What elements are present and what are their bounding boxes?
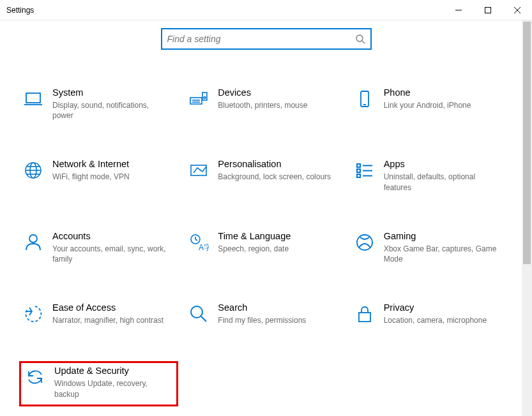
svg-point-12 [204,97,206,99]
svg-rect-26 [357,174,360,177]
tile-text: Privacy Location, camera, microphone [384,302,506,325]
scrollbar-thumb[interactable] [523,22,531,264]
tile-text: Update & Security Windows Update, recove… [54,366,172,399]
svg-rect-22 [357,164,360,167]
tile-desc: Display, sound, notifications, power [52,100,171,121]
tile-system[interactable]: System Display, sound, notifications, po… [19,85,178,126]
globe-icon [23,160,43,181]
tile-phone[interactable]: Phone Link your Android, iPhone [351,85,510,126]
svg-rect-8 [190,98,202,104]
svg-line-35 [201,316,206,322]
svg-rect-36 [359,313,370,322]
window-controls [444,0,532,20]
keyboard-speaker-icon [188,89,209,109]
tile-privacy[interactable]: Privacy Location, camera, microphone [351,300,510,331]
svg-text:A字: A字 [199,243,209,252]
magnifier-icon [188,304,209,324]
tile-text: Accounts Your accounts, email, sync, wor… [52,231,174,264]
sync-icon [25,367,45,387]
tile-title: Search [218,302,336,313]
laptop-icon [23,89,43,109]
tile-text: Gaming Xbox Game Bar, captures, Game Mod… [384,231,506,264]
tile-desc: Bluetooth, printers, mouse [218,100,336,110]
search-container [0,28,532,50]
ease-of-access-icon [23,304,43,324]
paintbrush-icon [188,160,209,181]
tile-desc: Xbox Game Bar, captures, Game Mode [384,244,502,264]
tile-title: Gaming [384,231,502,241]
tile-desc: Background, lock screen, colours [218,172,336,182]
tile-title: Devices [218,87,336,98]
svg-line-21 [202,167,206,172]
svg-line-31 [195,239,197,241]
svg-rect-6 [26,93,40,103]
minimize-button[interactable] [444,0,473,20]
tile-text: System Display, sound, notifications, po… [52,87,174,121]
tile-text: Ease of Access Narrator, magnifier, high… [52,302,174,325]
tile-title: Ease of Access [52,302,171,313]
tile-title: Time & Language [218,231,336,241]
search-icon [355,34,365,44]
tile-text: Network & Internet WiFi, flight mode, VP… [52,159,174,182]
window-title: Settings [6,6,34,15]
search-box[interactable] [161,28,372,50]
svg-rect-24 [357,169,360,172]
svg-point-34 [191,306,202,318]
tile-desc: Your accounts, email, sync, work, family [52,244,171,264]
tile-desc: Narrator, magnifier, high contrast [52,315,171,325]
tile-text: Apps Uninstall, defaults, optional featu… [384,159,506,192]
tile-search[interactable]: Search Find my files, permissions [185,300,344,331]
tile-network[interactable]: Network & Internet WiFi, flight mode, VP… [19,156,178,197]
tile-title: Personalisation [218,159,336,169]
apps-list-icon [354,160,375,181]
lock-icon [354,304,375,324]
tile-text: Phone Link your Android, iPhone [384,87,506,110]
tile-devices[interactable]: Devices Bluetooth, printers, mouse [185,85,344,126]
tile-title: Accounts [52,231,171,241]
tile-time-language[interactable]: A字 Time & Language Speech, region, date [185,228,344,269]
tile-text: Search Find my files, permissions [218,302,340,325]
search-input[interactable] [167,34,355,44]
tile-gaming[interactable]: Gaming Xbox Game Bar, captures, Game Mod… [351,228,510,269]
svg-rect-1 [485,8,491,13]
tile-personalisation[interactable]: Personalisation Background, lock screen,… [185,156,344,197]
tile-text: Time & Language Speech, region, date [218,231,340,254]
tile-desc: Uninstall, defaults, optional features [384,172,502,192]
tile-accounts[interactable]: Accounts Your accounts, email, sync, wor… [19,228,178,269]
tile-title: Update & Security [54,366,169,376]
scrollbar-track[interactable] [522,20,532,416]
tile-title: Privacy [384,302,502,313]
close-button[interactable] [503,0,532,20]
tile-desc: Link your Android, iPhone [384,100,502,110]
tile-desc: Speech, region, date [218,244,336,254]
time-language-icon: A字 [188,232,209,253]
tile-title: Phone [384,87,502,98]
tile-desc: WiFi, flight mode, VPN [52,172,171,182]
tile-apps[interactable]: Apps Uninstall, defaults, optional featu… [351,156,510,197]
titlebar: Settings [0,0,532,20]
svg-line-5 [362,41,365,43]
svg-point-4 [356,35,363,41]
settings-grid: System Display, sound, notifications, po… [0,85,532,406]
tile-desc: Location, camera, microphone [384,315,502,325]
content-area: System Display, sound, notifications, po… [0,20,532,416]
tile-title: Apps [384,159,502,169]
xbox-icon [354,232,375,253]
tile-update-security[interactable]: Update & Security Windows Update, recove… [19,361,178,406]
tile-ease-of-access[interactable]: Ease of Access Narrator, magnifier, high… [19,300,178,331]
tile-text: Personalisation Background, lock screen,… [218,159,340,182]
tile-desc: Windows Update, recovery, backup [54,378,169,399]
tile-desc: Find my files, permissions [218,315,336,325]
svg-point-28 [29,235,37,242]
phone-icon [354,89,375,109]
maximize-button[interactable] [473,0,503,20]
person-icon [23,232,43,253]
tile-title: System [52,87,171,98]
tile-text: Devices Bluetooth, printers, mouse [218,87,340,110]
tile-title: Network & Internet [52,159,171,169]
